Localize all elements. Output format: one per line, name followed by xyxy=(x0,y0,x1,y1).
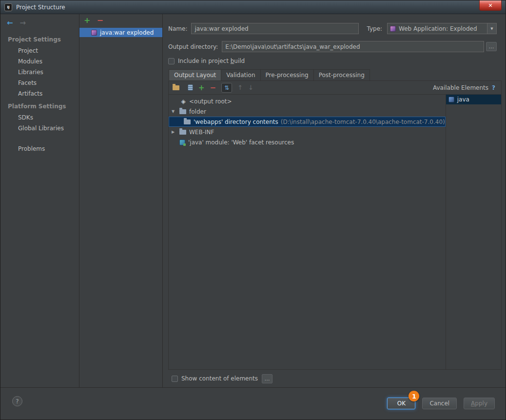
name-label: Name: xyxy=(168,25,187,32)
cancel-button[interactable]: Cancel xyxy=(422,398,457,409)
artifact-name-input[interactable] xyxy=(191,23,359,34)
web-facet-icon xyxy=(179,140,185,145)
tree-row-label: 'webapps' directory contents xyxy=(194,119,278,125)
new-folder-icon xyxy=(173,85,179,90)
tab-validation[interactable]: Validation xyxy=(221,69,260,80)
section-header-platform-settings: Platform Settings xyxy=(0,99,79,112)
tree-row-webapps-selected[interactable]: 'webapps' directory contents (D:\install… xyxy=(169,117,446,127)
tree-row-output-root[interactable]: ◈ <output root> xyxy=(169,96,446,106)
artifact-type-dropdown[interactable]: Web Application: Exploded ▼ xyxy=(387,23,497,34)
chevron-down-icon[interactable]: ▼ xyxy=(487,23,496,34)
sort-elements-button[interactable]: ⇅ xyxy=(221,83,232,93)
sidebar-item-global-libraries[interactable]: Global Libraries xyxy=(0,123,79,134)
remove-icon: − xyxy=(210,83,216,92)
tab-pre-processing[interactable]: Pre-processing xyxy=(260,69,314,80)
output-dir-browse-button[interactable]: … xyxy=(486,42,497,51)
java-module-icon xyxy=(448,97,454,102)
sidebar-item-libraries[interactable]: Libraries xyxy=(0,67,79,78)
settings-sidebar: ← → Project Settings Project Modules Lib… xyxy=(0,14,79,387)
archive-icon xyxy=(188,84,193,91)
output-directory-input[interactable] xyxy=(222,41,484,52)
intellij-logo-icon: IJ xyxy=(4,3,12,11)
layout-toolbar: + − ⇅ ↑ ↓ Available Elements ? xyxy=(169,81,501,95)
move-up-button[interactable]: ↑ xyxy=(237,84,243,91)
tree-row-label: 'java' module: 'Web' facet resources xyxy=(188,139,294,146)
artifact-type-icon xyxy=(390,26,396,32)
artifacts-list-panel: + − java:war exploded xyxy=(79,14,163,387)
history-nav: ← → xyxy=(0,14,79,32)
new-archive-button[interactable] xyxy=(188,84,193,91)
tree-row-label: WEB-INF xyxy=(189,129,214,136)
sidebar-item-project[interactable]: Project xyxy=(0,45,79,56)
annotation-badge-1: 1 xyxy=(409,391,419,401)
close-button[interactable]: ✕ xyxy=(479,0,502,11)
help-button[interactable]: ? xyxy=(12,396,22,406)
apply-button[interactable]: Apply xyxy=(464,398,495,409)
sidebar-item-problems[interactable]: Problems xyxy=(0,143,79,154)
move-up-icon: ↑ xyxy=(237,84,243,91)
sidebar-item-artifacts[interactable]: Artifacts xyxy=(0,88,79,99)
forward-button[interactable]: → xyxy=(20,19,26,27)
available-elements-header: Available Elements ? xyxy=(433,84,497,91)
help-icon[interactable]: ? xyxy=(492,84,495,91)
tree-row-path: (D:\install\apache-tomcat-7.0.40\apache-… xyxy=(281,119,445,125)
window-title: Project Structure xyxy=(16,4,65,11)
tab-post-processing[interactable]: Post-processing xyxy=(313,69,370,80)
available-elements-panel: java xyxy=(446,95,501,369)
collapse-arrow-icon[interactable]: ▶ xyxy=(172,130,179,134)
available-element-label: java xyxy=(457,96,469,103)
back-button[interactable]: ← xyxy=(7,19,13,27)
remove-artifact-button[interactable]: − xyxy=(97,17,103,24)
available-elements-label: Available Elements xyxy=(433,84,488,91)
elements-browse-button[interactable]: … xyxy=(262,374,272,383)
add-element-button[interactable]: + xyxy=(198,83,205,92)
artifact-tabs: Output Layout Validation Pre-processing … xyxy=(169,69,502,81)
tab-output-layout[interactable]: Output Layout xyxy=(169,69,221,80)
tree-row-label: folder xyxy=(189,108,206,115)
artifact-list-item-label: java:war exploded xyxy=(100,29,154,36)
tree-row-java-facet-resources[interactable]: 'java' module: 'Web' facet resources xyxy=(169,137,446,147)
include-in-project-build-label: Include in project build xyxy=(178,58,245,64)
sidebar-item-sdks[interactable]: SDKs xyxy=(0,112,79,123)
output-root-icon: ◈ xyxy=(179,98,187,105)
dialog-footer: ? OK 1 Cancel Apply xyxy=(0,387,506,420)
sidebar-item-modules[interactable]: Modules xyxy=(0,56,79,67)
tree-row-folder[interactable]: ▼ folder xyxy=(169,106,446,117)
expand-arrow-icon[interactable]: ▼ xyxy=(172,109,179,114)
show-content-label: Show content of elements xyxy=(181,375,258,382)
sidebar-item-facets[interactable]: Facets xyxy=(0,78,79,88)
folder-icon xyxy=(179,130,186,135)
output-layout-panel: + − ⇅ ↑ ↓ Available Elements ? ◈ <output… xyxy=(168,81,502,370)
move-down-icon: ↓ xyxy=(248,84,253,91)
remove-element-button[interactable]: − xyxy=(210,83,216,92)
artifact-type-value: Web Application: Exploded xyxy=(399,25,477,32)
add-artifact-button[interactable]: + xyxy=(84,17,90,24)
show-content-checkbox[interactable] xyxy=(172,376,178,382)
output-layout-tree: ◈ <output root> ▼ folder 'webapps' direc… xyxy=(169,95,446,369)
artifact-icon xyxy=(91,30,97,36)
sort-icon: ⇅ xyxy=(224,84,229,91)
output-directory-label: Output directory: xyxy=(168,43,218,50)
move-down-button[interactable]: ↓ xyxy=(248,84,253,91)
folder-icon xyxy=(184,120,191,124)
type-label: Type: xyxy=(367,25,382,32)
artifact-list-item-selected[interactable]: java:war exploded xyxy=(79,28,162,37)
section-header-project-settings: Project Settings xyxy=(0,32,79,45)
available-element-java[interactable]: java xyxy=(446,95,501,104)
project-structure-dialog: IJ Project Structure ✕ ← → Project Setti… xyxy=(0,0,506,420)
artifacts-list-toolbar: + − xyxy=(79,14,162,28)
tree-row-label: <output root> xyxy=(189,98,232,105)
artifact-editor: Name: Type: Web Application: Exploded ▼ … xyxy=(163,14,506,387)
include-in-project-build-checkbox[interactable] xyxy=(168,58,175,64)
add-icon: + xyxy=(198,83,205,92)
folder-icon xyxy=(179,109,186,114)
new-folder-button[interactable] xyxy=(173,85,182,90)
titlebar[interactable]: IJ Project Structure ✕ xyxy=(0,0,506,14)
tree-row-web-inf[interactable]: ▶ WEB-INF xyxy=(169,127,446,137)
